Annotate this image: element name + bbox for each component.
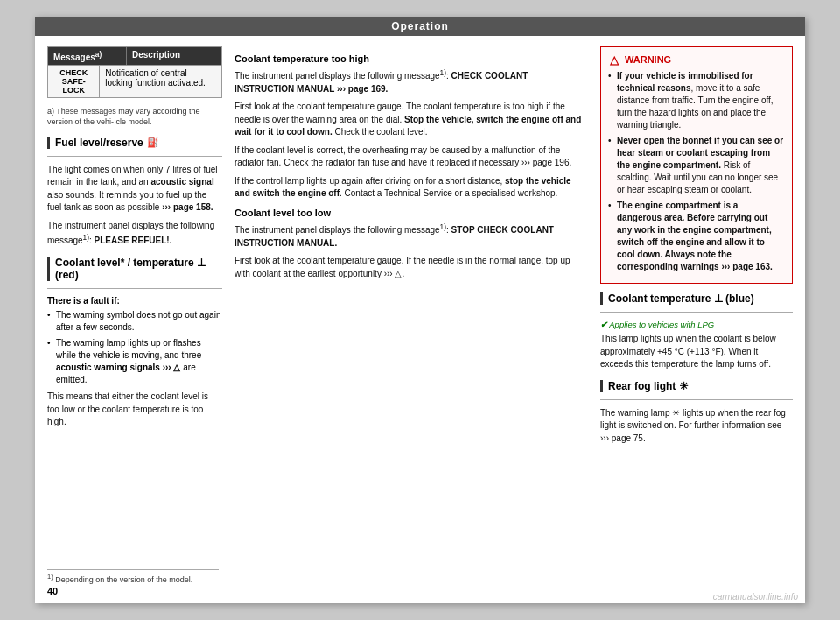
mid-column: Coolant temperature too high The instrum… [234,46,588,593]
rear-fog-text: The warning lamp ☀ lights up when the re… [600,407,793,446]
fault-bullet-2: The warning lamp lights up or flashes wh… [47,337,222,386]
page-number: 40 [47,586,58,596]
coolant-blue-text: This lamp lights up when the coolant is … [600,333,793,371]
warning-title: △ WARNING [608,53,785,66]
page: Operation Messagesa) Description CHECK S… [35,17,805,603]
left-column: Messagesa) Description CHECK SAFE-LOCK N… [47,46,222,593]
coolant-high-p2: First look at the coolant temperature ga… [234,101,588,139]
warning-triangle-icon: △ [608,53,620,66]
messages-table: Messagesa) Description CHECK SAFE-LOCK N… [47,46,222,98]
coolant-red-heading: Coolant level* / temperature ⊥ (red) [47,257,222,281]
coolant-high-p3: If the coolant level is correct, the ove… [234,144,588,170]
right-column: △ WARNING If your vehicle is immobilised… [600,46,793,593]
coolant-blue-heading: Coolant temperature ⊥ (blue) [600,292,793,305]
divider [47,156,222,157]
coolant-low-p1: The instrument panel displays the follow… [234,222,588,250]
lpg-note: ✔ Applies to vehicles with LPG [600,320,793,329]
watermark: carmanualsonline.info [713,592,798,602]
footnote-a: a) These messages may vary according the… [47,107,222,127]
warning-box: △ WARNING If your vehicle is immobilised… [600,46,793,284]
rear-fog-label: Rear fog light ☀ [608,380,689,392]
warning-bullet-3: The engine compartment is a dangerous ar… [608,200,785,273]
rear-fog-heading: Rear fog light ☀ [600,380,793,392]
coolant-high-p1: The instrument panel displays the follow… [234,67,588,95]
divider2 [47,288,222,289]
coolant-red-label: Coolant level* / temperature ⊥ (red) [55,257,222,281]
footnote-bottom: 1) Depending on the version of the model… [47,569,219,586]
coolant-low-p2: First look at the coolant temperature ga… [234,255,588,280]
warning-bullet-2: Never open the bonnet if you can see or … [608,135,785,196]
table-row: CHECK SAFE-LOCK Notification of central … [48,65,221,97]
col-description: Description [127,47,186,65]
fault-bullet-1: The warning symbol does not go out again… [47,309,222,334]
page-header: Operation [35,17,805,36]
divider4 [600,399,793,400]
divider3 [600,312,793,313]
col-messages: Messagesa) [48,47,127,65]
warning-bullet-1: If your vehicle is immobilised for techn… [608,70,785,131]
coolant-too-low-heading: Coolant level too low [234,208,588,218]
header-title: Operation [391,20,449,32]
coolant-too-high-heading: Coolant temperature too high [234,53,588,64]
fault-summary: This means that either the coolant level… [47,391,222,429]
coolant-high-p4: If the control lamp lights up again afte… [234,175,588,201]
fuel-text: The light comes on when only 7 litres of… [47,164,222,215]
fuel-icon: ⛽ [147,137,159,148]
fault-label: There is a fault if: [47,296,222,306]
fuel-level-label: Fuel level/reserve [55,137,144,149]
warning-label: WARNING [625,54,671,65]
coolant-blue-label: Coolant temperature ⊥ (blue) [608,292,754,305]
table-header-row: Messagesa) Description [48,47,221,65]
cell-description: Notification of central locking function… [100,66,221,97]
cell-check-safe-lock: CHECK SAFE-LOCK [48,66,100,97]
fuel-message-text: The instrument panel displays the follow… [47,220,222,248]
fuel-level-heading: Fuel level/reserve ⛽ [47,137,222,149]
